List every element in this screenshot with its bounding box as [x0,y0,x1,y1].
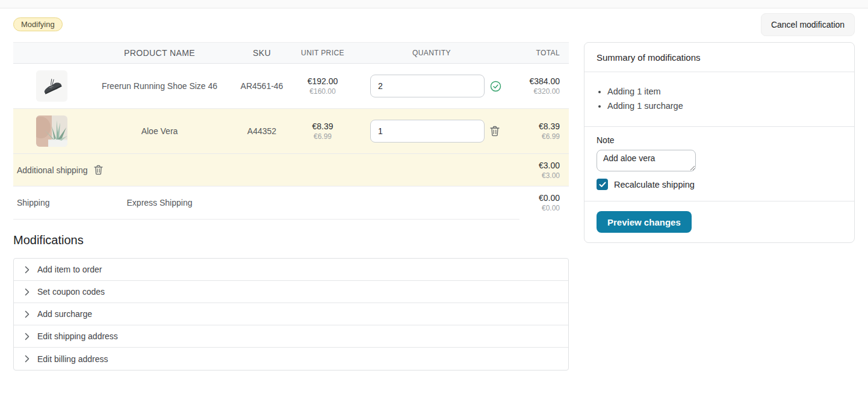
top-bar [0,0,868,8]
order-items-table: PRODUCT NAME SKU UNIT PRICE QUANTITY TOT… [13,42,569,219]
accordion-add-item[interactable]: Add item to order [14,259,568,281]
chevron-right-icon [25,333,29,340]
header-unit-price: UNIT PRICE [295,49,350,57]
card-footer: Preview changes [584,201,854,242]
shipping-label: Shipping [13,198,90,208]
accordion-set-coupon-codes[interactable]: Set coupon codes [14,281,568,303]
cancel-modification-button[interactable]: Cancel modification [761,13,855,36]
product-name: Aloe Vera [90,126,229,136]
surcharge-total-net: €3.00 [513,171,560,180]
accordion-edit-shipping-address[interactable]: Edit shipping address [14,325,568,348]
header-sku: SKU [229,48,295,58]
summary-of-modifications-card: Summary of modifications Adding 1 item A… [584,42,855,243]
header-product-name: PRODUCT NAME [90,48,229,58]
chevron-right-icon [25,266,29,274]
modifications-heading: Modifications [13,233,84,247]
quantity-input[interactable] [370,75,485,97]
trash-icon[interactable] [490,126,500,137]
shipping-method: Express Shipping [90,198,229,208]
product-name: Freerun Running Shoe Size 46 [90,81,229,91]
product-image-aloe [36,115,67,147]
quantity-input[interactable] [370,120,485,143]
surcharge-label: Additional shipping [17,165,88,175]
shipping-total: €0.00 [513,193,560,203]
modifications-accordion: Add item to order Set coupon codes Add s… [13,258,569,370]
recalculate-shipping-checkbox[interactable] [597,179,608,190]
chevron-right-icon [25,310,29,318]
line-total: €8.39 [513,121,560,131]
product-sku: A44352 [229,126,295,136]
line-total: €384.00 [513,76,560,86]
accordion-add-surcharge[interactable]: Add surcharge [14,303,568,325]
table-row: Freerun Running Shoe Size 46 AR4561-46 €… [13,64,569,109]
note-textarea[interactable]: Add aloe vera [597,150,696,171]
recalculate-shipping-label: Recalculate shipping [614,180,695,189]
chevron-right-icon [25,355,29,363]
line-total-net: €320.00 [513,87,560,96]
summary-item: Adding 1 item [607,84,842,99]
badge-label: Modifying [21,20,55,29]
order-modification-page: Modifying Cancel modification PRODUCT NA… [0,0,868,415]
shipping-row: Shipping Express Shipping €0.00 €0.00 [13,186,569,219]
product-sku: AR4561-46 [229,81,295,91]
chevron-right-icon [25,288,29,296]
unit-price: €8.39 [295,121,350,131]
summary-list-section: Adding 1 item Adding 1 surcharge [584,72,854,127]
surcharge-total: €3.00 [513,161,560,170]
trash-icon[interactable] [94,165,103,175]
table-header-row: PRODUCT NAME SKU UNIT PRICE QUANTITY TOT… [13,42,569,64]
unit-price: €192.00 [295,76,350,86]
check-circle-icon [490,81,501,92]
modifying-status-badge: Modifying [13,17,63,31]
shipping-total-net: €0.00 [513,204,560,212]
summary-item: Adding 1 surcharge [607,99,842,113]
surcharge-row: Additional shipping €3.00 €3.00 [13,154,569,186]
summary-card-title: Summary of modifications [584,43,854,72]
preview-changes-button[interactable]: Preview changes [597,211,692,233]
table-row-added-item: Aloe Vera A44352 €8.39 €6.99 €8.39 [13,109,569,154]
unit-price-net: €6.99 [295,132,350,141]
note-section: Note Add aloe vera Recalculate shipping [584,127,854,201]
line-total-net: €6.99 [513,132,560,141]
note-label: Note [597,135,842,145]
unit-price-net: €160.00 [295,87,350,96]
product-image-shoe [36,70,67,102]
header-quantity: QUANTITY [350,49,513,57]
accordion-edit-billing-address[interactable]: Edit billing address [14,348,568,370]
header-total: TOTAL [513,49,569,57]
